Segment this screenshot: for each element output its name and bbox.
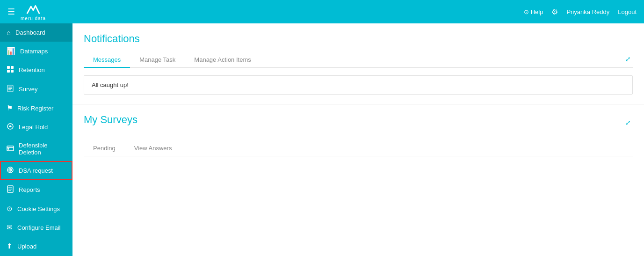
help-circle-icon: ⊙	[524, 8, 529, 15]
sidebar-item-dsa-request[interactable]: DSA request	[0, 161, 72, 180]
notifications-title: Notifications	[84, 33, 633, 45]
risk-register-icon: ⚑	[7, 104, 13, 112]
top-nav-right: ⊙ Help ⚙ Priyanka Reddy Logout	[524, 7, 637, 16]
gear-icon[interactable]: ⚙	[551, 7, 558, 16]
survey-icon	[7, 85, 14, 94]
sidebar-item-legal-hold[interactable]: Legal Hold	[0, 117, 72, 137]
logo-area: meru data	[21, 3, 46, 21]
datamaps-icon: 📊	[7, 47, 15, 55]
sidebar-item-configure-email[interactable]: ✉ Configure Email	[0, 218, 72, 237]
content-area: Notifications Messages Manage Task Manag…	[72, 23, 644, 256]
logo-icon	[26, 3, 41, 16]
sidebar-item-risk-register[interactable]: ⚑ Risk Register	[0, 99, 72, 117]
tab-messages[interactable]: Messages	[84, 52, 130, 68]
configure-email-icon: ✉	[7, 223, 13, 232]
sidebar-item-reports[interactable]: Reports	[0, 180, 72, 199]
notifications-tabs: Messages Manage Task Manage Action Items	[84, 52, 260, 67]
surveys-section: My Surveys ⤢ Pending View Answers	[72, 104, 644, 256]
retention-icon	[7, 66, 14, 74]
expand-icon[interactable]: ⤢	[623, 53, 633, 65]
sidebar: ⌂ Dashboard 📊 Datamaps Retention Survey …	[0, 23, 72, 256]
tab-manage-task[interactable]: Manage Task	[130, 52, 185, 68]
cookie-settings-icon: ⊙	[7, 205, 13, 213]
svg-point-14	[10, 169, 11, 170]
dsa-request-icon	[7, 166, 14, 175]
sidebar-item-defensible-deletion[interactable]: Defensible Deletion	[0, 137, 72, 161]
notification-message: All caught up!	[84, 75, 633, 95]
tab-view-answers[interactable]: View Answers	[125, 141, 181, 156]
top-nav-left: ☰ meru data	[7, 3, 46, 21]
surveys-tabs-row: Pending View Answers	[84, 141, 633, 156]
home-icon: ⌂	[7, 29, 11, 37]
sidebar-item-cookie-settings[interactable]: ⊙ Cookie Settings	[0, 199, 72, 218]
svg-point-11	[8, 148, 9, 149]
surveys-tabs: Pending View Answers	[84, 141, 181, 156]
sidebar-item-dashboard[interactable]: ⌂ Dashboard	[0, 23, 72, 42]
tab-manage-action-items[interactable]: Manage Action Items	[185, 52, 260, 68]
sidebar-item-datamaps[interactable]: 📊 Datamaps	[0, 42, 72, 60]
notification-content: All caught up!	[84, 68, 633, 104]
upload-icon: ⬆	[7, 242, 13, 250]
notifications-section: Notifications Messages Manage Task Manag…	[72, 23, 644, 104]
hamburger-icon[interactable]: ☰	[7, 7, 15, 17]
svg-rect-1	[11, 66, 14, 69]
sidebar-item-survey[interactable]: Survey	[0, 80, 72, 99]
sidebar-item-retention[interactable]: Retention	[0, 60, 72, 80]
notifications-tabs-row: Messages Manage Task Manage Action Items…	[84, 52, 633, 68]
sidebar-item-upload[interactable]: ⬆ Upload	[0, 237, 72, 256]
tab-pending[interactable]: Pending	[84, 141, 125, 156]
defensible-deletion-icon	[7, 145, 14, 154]
user-name[interactable]: Priyanka Reddy	[566, 8, 609, 15]
surveys-header: My Surveys ⤢	[84, 114, 633, 133]
logo-text: meru data	[21, 16, 46, 21]
reports-icon	[7, 185, 14, 194]
svg-rect-2	[7, 70, 10, 73]
svg-rect-0	[7, 66, 10, 69]
help-button[interactable]: ⊙ Help	[524, 8, 543, 15]
surveys-title: My Surveys	[84, 114, 137, 126]
logout-button[interactable]: Logout	[618, 8, 637, 15]
svg-rect-3	[11, 70, 14, 73]
surveys-expand-icon[interactable]: ⤢	[623, 117, 633, 128]
top-nav: ☰ meru data ⊙ Help ⚙ Priyanka Reddy Logo…	[0, 0, 644, 23]
main-layout: ⌂ Dashboard 📊 Datamaps Retention Survey …	[0, 23, 644, 256]
legal-hold-icon	[7, 123, 14, 132]
